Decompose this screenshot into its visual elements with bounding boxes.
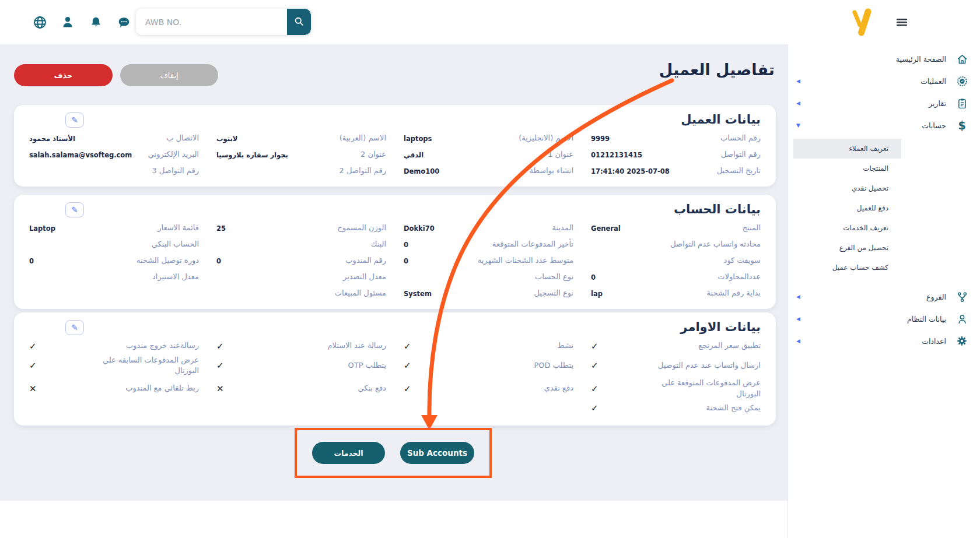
cross-mark-icon: ✕ [29,384,37,394]
field-label: تطبيق سعر المرتجع [698,340,761,351]
field-value: 0 [29,257,34,265]
search-button[interactable] [287,9,311,35]
field-label: عنوان 2 [360,149,386,160]
field: بداية رقم الشحنةlap [591,286,761,301]
sidebar-subitem-branch-collection[interactable]: تحصيل من الفرع [793,238,901,258]
field-label: رسالة عند الاستلام [328,340,386,351]
customer-data-card: ✎ بيانات العميل رقم الحساب9999الاسم (الا… [14,105,776,187]
field: عنوان 1الدقي [404,147,573,162]
field-label: المنتج [743,223,761,233]
chat-messages-icon[interactable] [116,14,132,30]
sidebar-item-label: اعدادات [922,337,946,346]
field-value: لابتوب [216,135,237,143]
check-mark-icon: ✓ [216,360,224,371]
sidebar-subitem-products[interactable]: المنتجات [793,159,901,178]
field-label: الوزن المسموح [337,223,386,233]
field: ارسال واتساب عند عدم التوصيل✓ [591,355,761,376]
field: عددالمحاولات0 [591,270,761,284]
field: معدل الاستيراد [29,270,199,284]
topbar [0,0,980,44]
field: رقم التواصل01212131415 [591,147,761,162]
settings-icon [956,335,968,347]
card-fields: رقم الحساب9999الاسم (الانجليزية)laptopsا… [14,130,776,187]
field: سويفت كود [591,254,761,268]
chevron-left-icon: ◀ [796,100,800,106]
sidebar-item-accounts[interactable]: $ حسابات ▼ [788,114,980,136]
field: الاسم (العربية)لابتوب [216,131,386,146]
services-button[interactable]: الخدمات [312,442,385,464]
sidebar-subitem-customer-statement[interactable]: كشف حساب عميل [793,258,901,277]
chevron-left-icon: ◀ [796,316,800,322]
sidebar-subitem-customers[interactable]: تعريف العملاء [793,139,901,159]
sidebar-subitem-cash-collection[interactable]: تحصيل نقدي [793,178,901,198]
card-title: بيانات الحساب [14,195,776,220]
field-label: ربط تلقائي مع المندوب [125,383,199,393]
field-value: laptops [404,135,432,143]
field-label: معدل الاستيراد [152,272,199,282]
field: معدل التصدير [216,270,386,284]
field: دورة توصيل الشحنه0 [29,254,199,268]
sidebar-item-settings[interactable]: اعدادات ◀ [788,330,980,352]
home-icon [956,52,968,65]
field-label: دفع بنكي [358,383,386,393]
field-label: يمكن فتح الشحنة [706,403,761,413]
menu-hamburger-icon[interactable] [895,15,909,29]
field: رسالة عند الاستلام✓ [216,339,386,353]
field-label: دورة توصيل الشحنه [136,255,199,266]
field-value: 17:41:40 2025-07-08 [591,167,670,175]
notifications-bell-icon[interactable] [88,14,104,30]
sidebar-item-system-data[interactable]: بيانات النظام ◀ [788,308,980,330]
sidebar-subitem-pay-to-customer[interactable]: دفع للعميل [793,198,901,218]
field-value: 0 [404,241,408,249]
field-label: ارسال واتساب عند عدم التوصيل [658,360,761,371]
accounts-icon: $ [956,119,968,132]
check-mark-icon: ✓ [591,360,598,371]
sidebar-item-reports[interactable]: تقارير ◀ [788,92,980,114]
field: نشط✓ [404,339,573,353]
sub-accounts-button[interactable]: Sub Accounts [400,442,474,464]
reports-icon [956,97,968,110]
card-fields: تطبيق سعر المرتجع✓نشط✓رسالة عند الاستلام… [14,337,776,424]
sidebar-item-operations[interactable]: العمليات ◀ [788,70,980,92]
user-profile-icon[interactable] [60,14,76,30]
field-label: معدل التصدير [343,272,386,282]
orders-data-card: ✎ بيانات الاوامر تطبيق سعر المرتجع✓نشط✓ر… [14,312,776,426]
field-label: الاتصال ب [166,133,199,143]
field [404,401,573,416]
sidebar-item-label: تقارير [929,99,946,108]
awb-search [136,9,311,35]
edit-icon[interactable]: ✎ [65,202,84,217]
field-label: دفع نقدي [544,383,573,393]
awb-search-input[interactable] [136,9,287,35]
language-globe-icon[interactable] [32,14,48,30]
field-value: 0 [216,257,221,265]
main-content: تفاصيل العميل حذف إيقاف ✎ بيانات العميل … [0,44,788,538]
field-label: الاسم (الانجليزية) [519,133,573,143]
field: رقم المندوب0 [216,254,386,268]
field-value: الأستاذ محمود [29,135,75,143]
field-label: عرض المدفوعات السابقه علي البورتال [76,355,199,376]
field: رسالةعند خروج مندوب✓ [29,339,199,353]
edit-icon[interactable]: ✎ [65,112,84,128]
check-mark-icon: ✓ [29,341,37,351]
field: رقم التواصل 2 [216,164,386,178]
sidebar-subitem-services-definition[interactable]: تعريف الخدمات [793,218,901,238]
field-label: رسالةعند خروج مندوب [126,340,199,351]
edit-icon[interactable]: ✎ [65,320,84,335]
check-mark-icon: ✓ [591,403,598,413]
sidebar-item-home[interactable]: الصفحة الرئيسية [788,48,980,70]
stop-button[interactable]: إيقاف [120,64,218,86]
field-label: رقم التواصل 3 [152,166,199,176]
field-value: lap [591,290,603,298]
field: ربط تلقائي مع المندوب✕ [29,378,199,399]
account-data-card: ✎ بيانات الحساب المنتجGeneralالمدينةDokk… [14,195,776,309]
field: رقم الحساب9999 [591,131,761,146]
card-title: بيانات الاوامر [14,312,776,337]
field: تاريخ التسجيل17:41:40 2025-07-08 [591,164,761,178]
field: تطبيق سعر المرتجع✓ [591,339,761,353]
delete-button[interactable]: حذف [14,64,113,86]
field-value: 01212131415 [591,151,642,159]
field-label: المدينة [552,223,573,233]
sidebar-item-branches[interactable]: الفروع ◀ [788,286,980,308]
field: قائمة الاسعارLaptop [29,221,199,235]
